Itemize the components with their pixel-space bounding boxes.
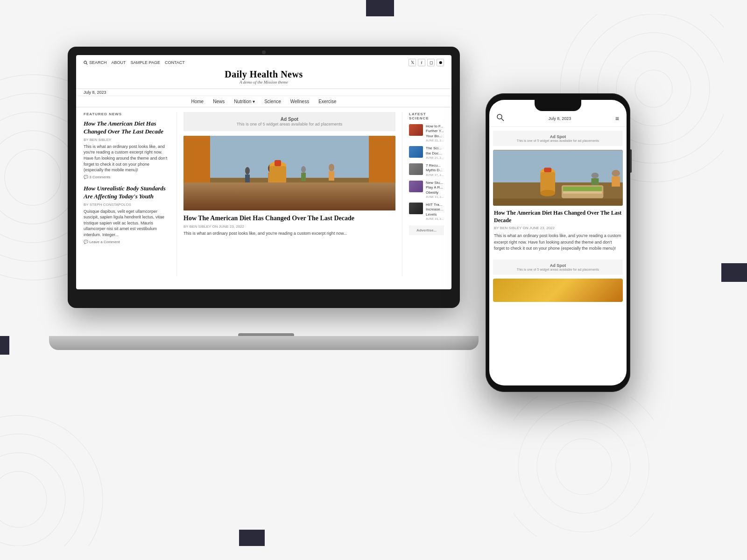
podcast-icon[interactable]: ⏺ bbox=[437, 59, 444, 66]
svg-rect-36 bbox=[296, 189, 339, 192]
featured-article-comments[interactable]: 💬 3 Comments bbox=[84, 175, 170, 179]
site-tagline: A demo of the Mission theme bbox=[84, 80, 444, 84]
sidebar-item-text-4: New Stu... Play A R... Obesity JUNE 13, … bbox=[426, 181, 444, 199]
dark-square-top bbox=[366, 0, 394, 16]
phone-golden-banner bbox=[493, 279, 623, 302]
nav-contact[interactable]: CONTACT bbox=[165, 60, 185, 65]
phone-body: July 8, 2023 ≡ Ad Spot This is one of 5 … bbox=[486, 93, 630, 392]
laptop-screen-outer: SEARCH ABOUT SAMPLE PAGE CONTACT 𝕏 f ◻ ⏺ bbox=[68, 47, 460, 308]
sidebar-item-4[interactable]: New Stu... Play A R... Obesity JUNE 13, … bbox=[409, 181, 444, 199]
site-header: SEARCH ABOUT SAMPLE PAGE CONTACT 𝕏 f ◻ ⏺ bbox=[76, 55, 451, 89]
site-title-area: Daily Health News A demo of the Mission … bbox=[84, 69, 444, 84]
svg-point-28 bbox=[329, 164, 334, 171]
food-scene-svg bbox=[183, 136, 395, 210]
sidebar-thumb-5 bbox=[409, 203, 423, 214]
main-article-title[interactable]: How The American Diet Has Changed Over T… bbox=[183, 214, 395, 223]
nav-about[interactable]: ABOUT bbox=[112, 60, 126, 65]
dark-square-left-mid bbox=[0, 336, 9, 355]
main-navigation: Home News Nutrition ▾ Science Wellness E… bbox=[76, 96, 451, 107]
phone-search-icon[interactable] bbox=[497, 114, 504, 123]
sidebar-item-text-1: How to F... Further Y... Your Bo... JUNE… bbox=[426, 124, 444, 142]
ad-spot: Ad Spot This is one of 5 widget areas av… bbox=[183, 112, 395, 131]
featured-article2-title[interactable]: How Unrealistic Body Standards Are Affec… bbox=[84, 185, 170, 201]
sidebar-item-1[interactable]: How to F... Further Y... Your Bo... JUNE… bbox=[409, 124, 444, 142]
svg-rect-20 bbox=[210, 136, 369, 210]
phone-article-content: How The American Diet Has Changed Over T… bbox=[489, 206, 627, 256]
svg-rect-54 bbox=[493, 199, 623, 206]
phone-menu-icon[interactable]: ≡ bbox=[615, 115, 619, 122]
laptop-camera bbox=[262, 50, 266, 54]
website-content: SEARCH ABOUT SAMPLE PAGE CONTACT 𝕏 f ◻ ⏺ bbox=[76, 55, 451, 289]
nav-exercise[interactable]: Exercise bbox=[318, 99, 336, 104]
phone-food-image bbox=[493, 150, 623, 206]
featured-article-author: BY BEN SIBLEY bbox=[84, 138, 170, 142]
nav-sample[interactable]: SAMPLE PAGE bbox=[131, 60, 160, 65]
sidebar-item-text-3: 7 Recu... Myths D... JUNE 17, 2... bbox=[426, 163, 444, 177]
sidebar-section: LATEST SCIENCE How to F... Further Y... … bbox=[402, 112, 444, 276]
sidebar-item-text-5: HIIT Tra... Increase... Levels JUNE 14, … bbox=[426, 203, 444, 221]
phone-date: July 8, 2023 bbox=[549, 116, 571, 121]
sidebar-item-5[interactable]: HIIT Tra... Increase... Levels JUNE 14, … bbox=[409, 203, 444, 221]
featured-article2-author: BY STEPH CONSTAPOLOS bbox=[84, 203, 170, 207]
sidebar-item-2[interactable]: The Sci... the Doc... JUNE 21, 2... bbox=[409, 146, 444, 160]
svg-rect-37 bbox=[296, 192, 339, 196]
sidebar-item-text-2: The Sci... the Doc... JUNE 21, 2... bbox=[426, 146, 444, 160]
featured-section: FEATURED NEWS How The American Diet Has … bbox=[84, 112, 177, 276]
sidebar-thumb-3 bbox=[409, 163, 423, 175]
sidebar-thumb-1 bbox=[409, 124, 423, 136]
svg-rect-35 bbox=[296, 184, 339, 189]
featured-article2-comments[interactable]: 💬 Leave a Comment bbox=[84, 240, 170, 244]
featured-article2-excerpt: Quisque dapibus, velit eget ullamcorper … bbox=[84, 209, 170, 238]
svg-rect-46 bbox=[612, 176, 620, 187]
phone-article-excerpt: This is what an ordinary post looks like… bbox=[494, 233, 622, 252]
phone-ad-spot-bottom: Ad Spot This is one of 5 widget areas av… bbox=[493, 259, 623, 275]
facebook-icon[interactable]: f bbox=[418, 59, 425, 66]
food-image-simulation bbox=[183, 136, 395, 210]
twitter-icon[interactable]: 𝕏 bbox=[409, 59, 416, 66]
svg-point-49 bbox=[540, 190, 555, 196]
sidebar-thumb-2 bbox=[409, 146, 423, 158]
featured-label: FEATURED NEWS bbox=[84, 112, 170, 116]
main-content-area: FEATURED NEWS How The American Diet Has … bbox=[76, 107, 451, 281]
center-section: Ad Spot This is one of 5 widget areas av… bbox=[177, 112, 402, 276]
featured-article-title[interactable]: How The American Diet Has Changed Over T… bbox=[84, 120, 170, 136]
laptop-base bbox=[49, 336, 479, 350]
svg-line-19 bbox=[86, 63, 87, 64]
nav-science[interactable]: Science bbox=[264, 99, 281, 104]
svg-point-39 bbox=[497, 114, 502, 119]
phone-side-button bbox=[630, 149, 632, 173]
sidebar-label: LATEST SCIENCE bbox=[409, 112, 444, 120]
phone-notch bbox=[535, 100, 581, 111]
svg-rect-23 bbox=[245, 175, 250, 184]
svg-point-18 bbox=[84, 61, 86, 63]
svg-rect-50 bbox=[544, 168, 551, 172]
phone-article-title[interactable]: How The American Diet Has Changed Over T… bbox=[494, 210, 622, 224]
svg-line-40 bbox=[501, 119, 504, 121]
search-icon[interactable]: SEARCH bbox=[84, 60, 107, 65]
article-hero-image bbox=[183, 136, 395, 210]
phone-device: July 8, 2023 ≡ Ad Spot This is one of 5 … bbox=[486, 93, 630, 392]
phone-ad-spot-top: Ad Spot This is one of 5 widget areas av… bbox=[493, 131, 623, 146]
svg-point-26 bbox=[301, 166, 306, 173]
svg-point-43 bbox=[591, 173, 599, 178]
nav-wellness[interactable]: Wellness bbox=[290, 99, 309, 104]
nav-news[interactable]: News bbox=[213, 99, 225, 104]
svg-rect-31 bbox=[269, 166, 286, 192]
site-date: July 8, 2023 bbox=[76, 89, 451, 96]
nav-nutrition[interactable]: Nutrition ▾ bbox=[234, 99, 255, 104]
svg-rect-38 bbox=[210, 196, 369, 210]
featured-article-excerpt: This is what an ordinary post looks like… bbox=[84, 144, 170, 173]
svg-rect-29 bbox=[329, 171, 334, 181]
phone-article-byline: BY BEN SIBLEY ON JUNE 23, 2022 bbox=[494, 226, 622, 230]
svg-rect-34 bbox=[294, 182, 341, 199]
instagram-icon[interactable]: ◻ bbox=[427, 59, 435, 66]
sidebar-item-3[interactable]: 7 Recu... Myths D... JUNE 17, 2... bbox=[409, 163, 444, 177]
svg-point-32 bbox=[269, 188, 286, 196]
svg-point-22 bbox=[245, 167, 250, 175]
phone-article-image bbox=[493, 150, 623, 206]
nav-home[interactable]: Home bbox=[191, 99, 204, 104]
dark-square-bottom bbox=[239, 530, 265, 546]
phone-food-svg bbox=[493, 150, 623, 206]
svg-rect-21 bbox=[210, 178, 369, 210]
laptop-screen: SEARCH ABOUT SAMPLE PAGE CONTACT 𝕏 f ◻ ⏺ bbox=[76, 55, 451, 289]
